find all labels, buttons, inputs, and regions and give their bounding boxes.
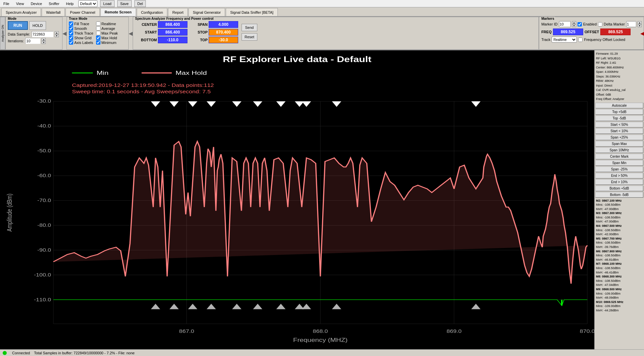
track-label: Track bbox=[541, 38, 550, 42]
analyzer-label: Analyzer ON bbox=[0, 17, 5, 50]
tab-spectrum-analyzer[interactable]: Spectrum Analyzer bbox=[1, 8, 41, 16]
start-label: START bbox=[135, 30, 157, 34]
span-minus25-button[interactable]: Span -25% bbox=[595, 166, 643, 172]
start-input[interactable] bbox=[158, 29, 187, 36]
marker-num-down[interactable]: ▼ bbox=[638, 24, 642, 27]
span-max-button[interactable]: Span Max bbox=[595, 141, 643, 147]
menu-device[interactable]: Device bbox=[29, 1, 44, 6]
data-sample-input[interactable] bbox=[32, 31, 53, 37]
tab-configuration[interactable]: Configuration bbox=[137, 8, 167, 16]
menu-file[interactable]: File bbox=[1, 1, 11, 6]
smooth-check[interactable] bbox=[69, 26, 73, 31]
mode-arrow: ◀ bbox=[62, 17, 67, 50]
profile-select[interactable]: Default bbox=[78, 0, 97, 7]
menu-help[interactable]: Help bbox=[64, 1, 76, 6]
del-button[interactable]: Del bbox=[134, 0, 146, 7]
data-sample-up[interactable]: ▲ bbox=[55, 31, 59, 34]
run-button[interactable]: RUN bbox=[8, 21, 28, 30]
delta-marker-check[interactable] bbox=[598, 22, 602, 27]
tab-signal-data-sniffer[interactable]: Signal Data Sniffer [BETA] bbox=[226, 8, 278, 16]
tab-power-channel[interactable]: Power Channel bbox=[66, 8, 99, 16]
span-label: SPAN bbox=[189, 22, 208, 27]
menu-sniffer[interactable]: Sniffer bbox=[47, 1, 61, 6]
max-hold-check[interactable] bbox=[96, 36, 100, 40]
tab-remote-screen[interactable]: Remote Screen bbox=[100, 8, 136, 16]
svg-marker-42 bbox=[253, 101, 262, 107]
span-input[interactable] bbox=[209, 21, 238, 28]
freq-value-input[interactable] bbox=[553, 29, 583, 35]
center-mark-button[interactable]: Center Mark bbox=[595, 154, 643, 159]
top-input[interactable] bbox=[209, 37, 238, 43]
axis-labels-check[interactable] bbox=[69, 40, 73, 45]
start-lt10-button[interactable]: Start < 10% bbox=[595, 128, 643, 134]
svg-marker-40 bbox=[207, 101, 216, 107]
fill-trace-check[interactable] bbox=[69, 21, 73, 26]
bottom-plus5-button[interactable]: Bottom +5dB bbox=[595, 186, 643, 191]
top-plus5-button[interactable]: Top +5dB bbox=[595, 109, 643, 115]
svg-marker-58 bbox=[471, 304, 481, 309]
center-input[interactable] bbox=[158, 21, 187, 28]
bottom-label: BOTTOM bbox=[135, 38, 157, 42]
svg-marker-54 bbox=[276, 304, 286, 309]
tab-signal-generator[interactable]: Signal Generator bbox=[188, 8, 225, 16]
end-gt50-button[interactable]: End > 50% bbox=[595, 173, 643, 179]
end-gt10-button[interactable]: End > 10% bbox=[595, 179, 643, 185]
track-select[interactable]: Realtime bbox=[552, 37, 577, 43]
reset-button[interactable]: Reset bbox=[242, 33, 257, 41]
marker-id-up[interactable]: ▲ bbox=[572, 21, 576, 24]
svg-text:Frequency (MHZ): Frequency (MHZ) bbox=[293, 337, 347, 343]
marker-id-down[interactable]: ▼ bbox=[572, 24, 576, 27]
stop-input[interactable] bbox=[209, 29, 238, 36]
span-min-button[interactable]: Span Min bbox=[595, 160, 643, 166]
save-button[interactable]: Save bbox=[117, 0, 132, 7]
svg-text:869.0: 869.0 bbox=[446, 328, 462, 334]
svg-text:RF Explorer Live data - Defaul: RF Explorer Live data - Default bbox=[223, 55, 371, 64]
average-check[interactable] bbox=[96, 26, 100, 31]
status-bar: Connected Total Samples in buffer: 72284… bbox=[0, 349, 644, 356]
freq-offset-locked-check[interactable] bbox=[578, 38, 583, 42]
marker-num-up[interactable]: ▲ bbox=[638, 21, 642, 24]
realtime-check[interactable] bbox=[96, 21, 100, 26]
load-button[interactable]: Load bbox=[100, 0, 114, 7]
marker-id-label: Marker ID bbox=[541, 22, 557, 26]
max-peak-check[interactable] bbox=[96, 31, 100, 35]
freq-offset-locked-label: Frequency Offset Locked bbox=[584, 38, 625, 42]
tab-report[interactable]: Report bbox=[168, 8, 188, 16]
svg-marker-52 bbox=[232, 304, 242, 309]
top-label: TOP bbox=[189, 38, 208, 42]
send-button[interactable]: Send bbox=[242, 24, 257, 31]
markers-panel: Markers ◀ Marker ID ▲ ▼ Enabled Delta Ma… bbox=[539, 17, 644, 50]
freq-panel: Spectrum Analyzer Frequency and Power co… bbox=[133, 17, 539, 50]
svg-marker-56 bbox=[302, 304, 311, 309]
svg-text:-50.0: -50.0 bbox=[37, 148, 51, 153]
marker-num-input[interactable] bbox=[626, 21, 636, 27]
marker-id-input[interactable] bbox=[559, 21, 571, 27]
hold-button[interactable]: HOLD bbox=[29, 21, 46, 30]
start-lt50-button[interactable]: Start < 50% bbox=[595, 122, 643, 128]
markers-arrow: ◀ bbox=[640, 30, 644, 37]
marker-data-list: M2: 0867.100 MHz Mins: -108.50dBm MxH: -… bbox=[595, 198, 643, 313]
enabled-check[interactable] bbox=[577, 22, 582, 27]
thick-trace-check[interactable] bbox=[69, 31, 73, 35]
span-10mhz-button[interactable]: Span 10MHz bbox=[595, 147, 643, 153]
bottom-minus5-button[interactable]: Bottom -5dB bbox=[595, 192, 643, 198]
chart-svg: RF Explorer Live data - Default Min Max … bbox=[0, 50, 594, 349]
minimum-check[interactable] bbox=[96, 40, 100, 45]
status-led bbox=[3, 351, 7, 355]
span-plus25-button[interactable]: Span +25% bbox=[595, 135, 643, 140]
autoscale-button[interactable]: Autoscale bbox=[595, 103, 643, 108]
connected-label: Connected bbox=[12, 351, 30, 355]
svg-text:867.0: 867.0 bbox=[179, 328, 194, 334]
svg-marker-47 bbox=[471, 101, 481, 107]
menu-view[interactable]: View bbox=[14, 1, 26, 6]
tab-waterfall[interactable]: Waterfall bbox=[42, 8, 65, 16]
show-grid-check[interactable] bbox=[69, 36, 73, 40]
bottom-input[interactable] bbox=[158, 37, 187, 43]
iterations-down[interactable]: ▼ bbox=[42, 41, 46, 44]
data-sample-down[interactable]: ▼ bbox=[55, 34, 59, 37]
top-minus5-button[interactable]: Top -5dB bbox=[595, 115, 643, 121]
data-sample-label: Data Sample: bbox=[8, 32, 30, 36]
iterations-up[interactable]: ▲ bbox=[42, 38, 46, 41]
iterations-input[interactable] bbox=[25, 38, 40, 44]
offset-value-input[interactable] bbox=[600, 29, 631, 35]
